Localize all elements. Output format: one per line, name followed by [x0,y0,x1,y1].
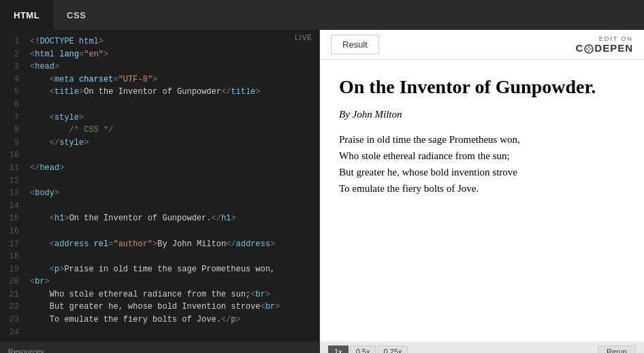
zoom-05x-button[interactable]: 0.5x [350,346,376,353]
editor-panel: LIVE 1 2 3 4 5 6 7 8 9 10 11 12 13 14 [0,30,320,341]
line-numbers: 1 2 3 4 5 6 7 8 9 10 11 12 13 14 15 16 1 [0,33,25,341]
resources-label[interactable]: Resources [8,348,44,353]
bottom-bar-left: Resources [0,341,320,353]
zoom-025x-button[interactable]: 0.25x [377,346,408,353]
zoom-controls: 1x 0.5x 0.25x [328,346,408,353]
poem-body: Praise in old time the sage Prometheus w… [339,131,625,197]
result-content: On the Inventor of Gunpowder. By John Mi… [320,60,644,341]
top-bar: HTML CSS [0,0,644,30]
codepen-logo[interactable]: EDIT ON CDEPEN [575,35,633,54]
zoom-1x-button[interactable]: 1x [328,346,349,353]
result-panel: Result EDIT ON CDEPEN On the Inventor of… [320,30,644,341]
edit-on-label: EDIT ON [599,35,633,42]
result-button[interactable]: Result [331,35,379,54]
poem-author: By John Milton [339,109,625,120]
codepen-icon [584,44,594,54]
live-badge: LIVE [295,34,312,41]
poem-title: On the Inventor of Gunpowder. [339,76,625,98]
code-area[interactable]: 1 2 3 4 5 6 7 8 9 10 11 12 13 14 15 16 1 [0,30,319,341]
bottom-bars: Resources 1x 0.5x 0.25x Rerun [0,341,644,353]
result-header: Result EDIT ON CDEPEN [320,30,644,60]
codepen-brand: CDEPEN [575,42,633,54]
rerun-button[interactable]: Rerun [598,346,636,353]
bottom-bar-right: 1x 0.5x 0.25x Rerun [320,341,644,353]
tab-html[interactable]: HTML [0,0,53,30]
code-content[interactable]: <!DOCTYPE html> <html lang="en"> <head> … [25,33,319,341]
svg-point-0 [585,45,593,53]
tab-css[interactable]: CSS [53,0,99,30]
